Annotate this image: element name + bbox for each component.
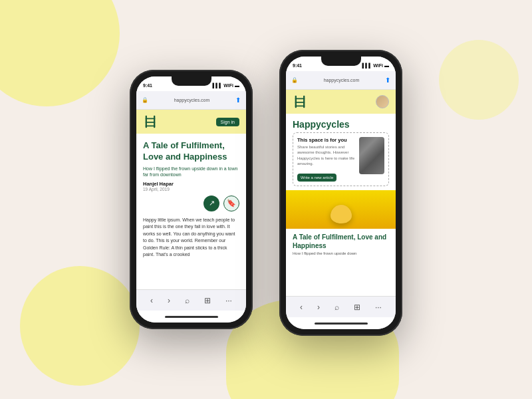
phone-1-share-button[interactable]: ↗ (203, 196, 219, 211)
svg-rect-7 (295, 98, 305, 100)
phone-2-signal-icon: ▌▌▌ (362, 63, 372, 68)
battery-icon: ▬ (235, 83, 239, 88)
phone-2-search-button[interactable]: ⌕ (334, 303, 339, 312)
phone-2-back-button[interactable]: ‹ (300, 303, 303, 312)
phone-1-article-content: A Tale of Fulfilment, Love and Happiness… (136, 134, 246, 289)
phone-1-status-icons: ▌▌▌ WiFi ▬ (212, 83, 239, 88)
svg-rect-3 (146, 122, 156, 123)
phone-1-tabs-button[interactable]: ⊞ (204, 296, 211, 305)
phone-2-article-subtitle: How I flipped the frown upside down (286, 251, 396, 255)
phone-1-bottom-nav: ‹ › ⌕ ⊞ ··· (136, 289, 246, 311)
phone-1-article-body: Happy little ipsum. When we teach people… (143, 217, 239, 259)
phone-2-bottom-nav: ‹ › ⌕ ⊞ ··· (286, 296, 396, 317)
phone-2-time: 9:41 (293, 63, 302, 68)
signal-icon: ▌▌▌ (212, 83, 222, 88)
phone-1-more-button[interactable]: ··· (225, 296, 232, 305)
phone-1: 9:41 ▌▌▌ WiFi ▬ 🔒 happycycles.com ⬆ (130, 70, 253, 329)
phone-2-notch (321, 57, 361, 66)
phone-1-logo-icon (143, 114, 158, 129)
phone-1-search-button[interactable]: ⌕ (185, 296, 190, 305)
phone-1-signin-button[interactable]: Sign in (216, 118, 239, 126)
phone-2-lock-icon: 🔒 (291, 77, 298, 83)
phone-1-article-subtitle: How I flipped the frown upside down in a… (143, 166, 239, 178)
phone-2-url: happycycles.com (324, 78, 360, 82)
phone-2-write-box: This space is for you Share beautiful st… (293, 132, 389, 186)
phone-2-screen: 9:41 ▌▌▌ WiFi ▬ 🔒 happycycles.com ⬆ (286, 57, 396, 329)
svg-rect-4 (146, 126, 156, 127)
phone-1-back-button[interactable]: ‹ (150, 296, 153, 305)
phone-2-write-article-button[interactable]: Write a new article (297, 174, 336, 182)
phone-1-home-bar (136, 311, 246, 323)
phone-2-logo-icon (293, 94, 307, 109)
phone-2-article-title: A Tale of Fulfilment, Love and Happiness (286, 233, 396, 251)
phone-2: 9:41 ▌▌▌ WiFi ▬ 🔒 happycycles.com ⬆ (279, 50, 402, 336)
phone-2-forward-button[interactable]: › (317, 303, 320, 312)
phone-1-forward-button[interactable]: › (168, 296, 170, 305)
svg-rect-8 (295, 102, 305, 103)
phone-2-battery-icon: ▬ (384, 63, 389, 68)
phone-1-screen: 9:41 ▌▌▌ WiFi ▬ 🔒 happycycles.com ⬆ (136, 76, 246, 323)
phone-2-page-title: Happycycles (286, 114, 396, 132)
phone-1-home-indicator (165, 316, 218, 318)
phone-2-article-image (286, 190, 396, 229)
phone-2-write-box-title: This space is for you (297, 137, 356, 143)
phone-2-status-icons: ▌▌▌ WiFi ▬ (362, 63, 389, 68)
phone-2-browser-bar: 🔒 happycycles.com ⬆ (286, 71, 396, 90)
phone-2-cables-image (359, 137, 384, 174)
phone-2-home-indicator (315, 323, 368, 325)
phone-1-article-title: A Tale of Fulfilment, Love and Happiness (143, 140, 239, 163)
phone-2-main-content: Happycycles This space is for you Share … (286, 114, 396, 296)
phone-1-lock-icon: 🔒 (142, 97, 148, 103)
phone-2-write-box-desc: Share beautiful stories and awesome thou… (297, 144, 356, 167)
phone-1-browser-bar: 🔒 happycycles.com ⬆ (136, 91, 246, 110)
phone-2-avatar[interactable] (376, 95, 389, 108)
phone-1-author-name: Hanjel Hapar (143, 181, 239, 187)
phone-2-write-box-text: This space is for you Share beautiful st… (297, 137, 356, 182)
wifi-icon: WiFi (223, 83, 233, 88)
phone-1-url: happycycles.com (174, 98, 210, 102)
phone-2-lemon-image (331, 205, 352, 223)
phone-1-app-header: Sign in (136, 110, 246, 134)
phone-2-app-header (286, 90, 396, 114)
phone-1-action-icons: ↗ 🔖 (143, 196, 239, 211)
phone-2-wifi-icon: WiFi (373, 63, 383, 68)
main-scene: 9:41 ▌▌▌ WiFi ▬ 🔒 happycycles.com ⬆ (0, 0, 532, 399)
phone-1-author-date: 19 April, 2019 (143, 187, 239, 192)
svg-rect-2 (146, 118, 156, 120)
phone-2-more-button[interactable]: ··· (375, 303, 382, 312)
phone-2-tabs-button[interactable]: ⊞ (354, 303, 360, 312)
svg-rect-9 (295, 106, 305, 107)
phone-2-home-bar (286, 317, 396, 329)
phone-2-share-icon: ⬆ (385, 76, 390, 84)
phone-1-bookmark-button[interactable]: 🔖 (223, 196, 239, 211)
phone-1-notch (172, 76, 211, 86)
phone-1-time: 9:41 (143, 83, 152, 88)
phone-1-share-icon: ⬆ (235, 96, 241, 104)
